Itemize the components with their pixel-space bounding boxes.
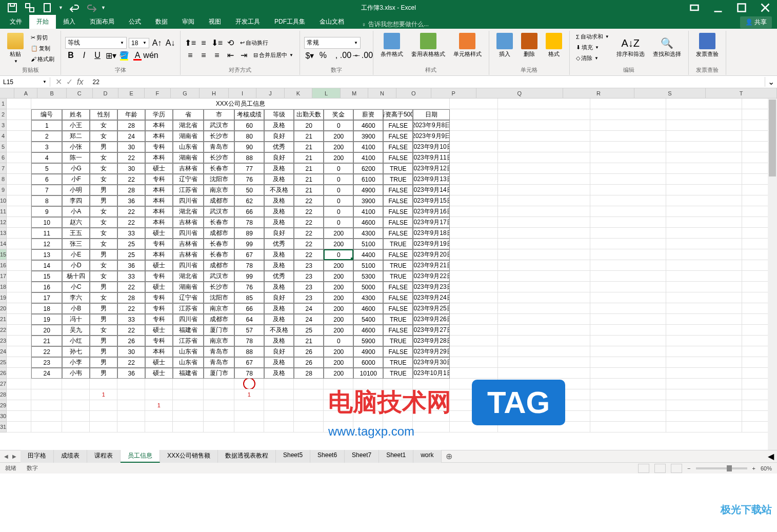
cell[interactable] [7, 346, 31, 357]
cell[interactable]: 孙七 [62, 346, 90, 357]
cell[interactable]: 0 [324, 185, 353, 195]
cell[interactable]: 硕士 [145, 163, 173, 174]
cell[interactable]: 四川省 [173, 314, 204, 325]
formula-bar[interactable]: 22 [88, 77, 765, 87]
cell[interactable]: 女 [90, 217, 117, 228]
cell[interactable]: 男 [90, 195, 117, 206]
cell[interactable]: 山东省 [173, 142, 204, 152]
cell[interactable]: 0 [324, 120, 353, 131]
cell[interactable] [450, 368, 498, 379]
quick-access-3[interactable] [41, 2, 53, 14]
cell[interactable] [498, 292, 590, 303]
cell[interactable]: 本科 [145, 346, 173, 357]
column-header[interactable]: O [396, 88, 431, 98]
cell[interactable] [590, 120, 666, 131]
cell[interactable]: 小红 [62, 336, 90, 346]
row-header[interactable]: 19 [0, 292, 7, 303]
cell[interactable]: 36 [117, 368, 145, 379]
page-layout-view-icon[interactable] [654, 464, 666, 473]
cell[interactable]: 小王 [62, 120, 90, 131]
cell[interactable]: 青岛市 [204, 142, 234, 152]
horizontal-scroll-left-icon[interactable]: ◀ [765, 451, 777, 461]
cell[interactable] [498, 120, 590, 131]
cell[interactable]: 15 [31, 271, 62, 282]
ribbon-tab-文件[interactable]: 文件 [3, 15, 29, 29]
cell[interactable]: 及格 [264, 357, 294, 368]
cell[interactable]: 奖金 [324, 109, 353, 120]
cell[interactable]: 2023年9月24日 [413, 292, 450, 303]
cell[interactable] [145, 422, 173, 432]
cell[interactable]: FALSE [383, 217, 413, 228]
cell[interactable] [353, 422, 383, 432]
cell[interactable] [590, 142, 666, 152]
cell[interactable] [7, 228, 31, 239]
cell[interactable]: 张三 [62, 239, 90, 249]
cell[interactable] [666, 282, 742, 292]
cell[interactable]: 5100 [353, 260, 383, 271]
cell[interactable]: 28 [117, 185, 145, 195]
cell[interactable] [666, 379, 742, 389]
cell[interactable]: 冯十 [62, 314, 90, 325]
cell[interactable] [666, 152, 742, 163]
ribbon-tab-视图[interactable]: 视图 [202, 15, 228, 29]
cell[interactable] [498, 260, 590, 271]
cell[interactable] [498, 325, 590, 336]
cell[interactable] [590, 422, 666, 432]
cell[interactable] [294, 379, 324, 389]
cell[interactable]: 22 [117, 282, 145, 292]
cell[interactable]: 杨十四 [62, 271, 90, 282]
cell[interactable] [498, 249, 590, 260]
cell[interactable] [353, 389, 383, 400]
cell[interactable]: 88 [234, 152, 264, 163]
cell[interactable] [590, 228, 666, 239]
cell[interactable] [666, 303, 742, 314]
row-header[interactable]: 27 [0, 379, 7, 389]
cell[interactable]: 本科 [145, 185, 173, 195]
row-header[interactable]: 7 [0, 163, 7, 174]
cell[interactable] [666, 260, 742, 271]
cell[interactable]: 2023年9月22日 [413, 271, 450, 282]
cell[interactable]: FALSE [383, 185, 413, 195]
ribbon-tab-金山文档[interactable]: 金山文档 [312, 15, 351, 29]
cell[interactable]: 78 [234, 260, 264, 271]
cell[interactable] [498, 152, 590, 163]
cell[interactable] [117, 422, 145, 432]
cell[interactable] [590, 163, 666, 174]
row-header[interactable]: 3 [0, 120, 7, 131]
cell[interactable] [666, 400, 742, 411]
cell[interactable]: 硕士 [145, 260, 173, 271]
cell[interactable] [666, 368, 742, 379]
spreadsheet-grid[interactable]: ABCDEFGHIJKLMNOPQRST 1234567891011121314… [0, 88, 777, 450]
minimize-icon[interactable] [706, 0, 730, 15]
row-header[interactable]: 8 [0, 174, 7, 185]
cell[interactable]: 2023年9月19日 [413, 239, 450, 249]
cell[interactable]: 专科 [145, 271, 173, 282]
cell[interactable] [590, 195, 666, 206]
cell[interactable]: 17 [31, 292, 62, 303]
decrease-font-icon[interactable]: A↓ [165, 37, 176, 49]
cell[interactable]: 江苏省 [173, 336, 204, 346]
cell[interactable]: 21 [294, 152, 324, 163]
cell[interactable]: 2023年9月30日 [413, 357, 450, 368]
cell[interactable]: 硕士 [145, 368, 173, 379]
cell[interactable]: 5400 [353, 314, 383, 325]
cell[interactable]: 本科 [145, 131, 173, 142]
cell[interactable] [498, 336, 590, 346]
cell[interactable]: 4300 [353, 228, 383, 239]
cell[interactable]: 及格 [264, 217, 294, 228]
invoice-check-button[interactable]: 发票查验 [693, 32, 722, 59]
sheet-tab[interactable]: Sheet1 [379, 450, 413, 463]
cut-button[interactable]: ✂剪切 [29, 33, 56, 43]
row-header[interactable]: 22 [0, 325, 7, 336]
column-header[interactable]: E [118, 88, 145, 98]
cell[interactable]: 小D [62, 260, 90, 271]
cell[interactable] [590, 249, 666, 260]
cell[interactable]: 30 [117, 142, 145, 152]
cell[interactable] [7, 357, 31, 368]
cell[interactable] [666, 174, 742, 185]
qat-dropdown-icon[interactable]: ▼ [101, 5, 106, 10]
cell[interactable]: 女 [90, 292, 117, 303]
cell[interactable] [173, 411, 204, 422]
cell[interactable]: 6100 [353, 174, 383, 185]
cell[interactable]: 78 [234, 336, 264, 346]
